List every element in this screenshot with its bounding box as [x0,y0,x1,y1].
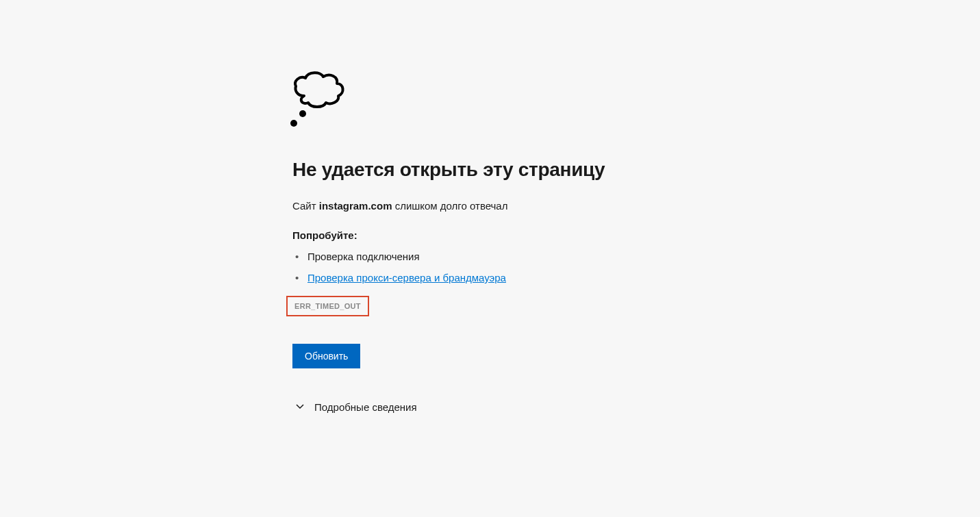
subtitle-prefix: Сайт [292,200,319,212]
details-label: Подробные сведения [314,401,417,413]
svg-point-1 [290,120,297,127]
suggestion-text: Проверка подключения [307,251,420,262]
error-page-container: Не удается открыть эту страницу Сайт ins… [292,0,690,413]
suggestion-item: Проверка подключения [292,251,690,262]
details-toggle[interactable]: Подробные сведения [292,401,690,413]
thought-cloud-icon [290,68,690,131]
error-code: ERR_TIMED_OUT [286,296,369,316]
subtitle-domain: instagram.com [319,200,392,212]
try-label: Попробуйте: [292,229,690,241]
proxy-firewall-link[interactable]: Проверка прокси-сервера и брандмауэра [307,272,506,283]
suggestion-item: Проверка прокси-сервера и брандмауэра [292,272,690,283]
svg-point-0 [299,110,306,117]
error-subtitle: Сайт instagram.com слишком долго отвечал [292,200,690,212]
suggestions-list: Проверка подключения Проверка прокси-сер… [292,251,690,283]
page-title: Не удается открыть эту страницу [292,159,690,181]
subtitle-suffix: слишком долго отвечал [392,200,507,212]
reload-button[interactable]: Обновить [292,344,360,368]
chevron-down-icon [295,401,305,413]
